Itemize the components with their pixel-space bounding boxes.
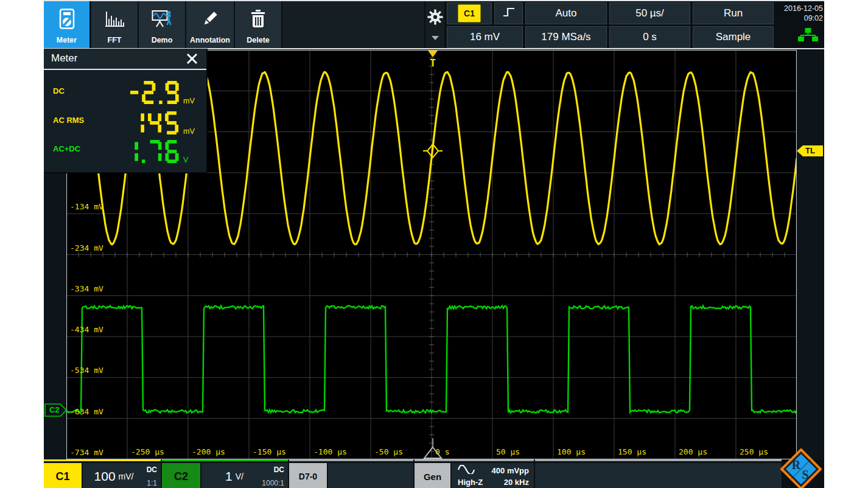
toolbar-button-meter[interactable]: Meter: [44, 1, 89, 48]
toolbar-button-fft[interactable]: FFT: [91, 1, 138, 48]
meter-row-value: [125, 140, 179, 166]
svg-text:S: S: [802, 468, 808, 481]
sine-wave-icon: [458, 465, 475, 476]
svg-text:-234 mV: -234 mV: [70, 243, 103, 253]
horizontal-position-cell[interactable]: 0 s: [609, 26, 690, 48]
datetime-display: 2016-12-05 09:02: [776, 1, 823, 48]
svg-text:-250 µs: -250 µs: [131, 447, 164, 456]
svg-text:-534 mV: -534 mV: [70, 366, 103, 375]
top-toolbar: Meter FFT: [44, 1, 824, 48]
acquisition-mode-cell[interactable]: Sample: [693, 26, 774, 48]
fft-icon: [91, 1, 138, 36]
meter-row-value: [131, 111, 179, 137]
meter-dialog: Meter DC mV AC RMS mV AC+DC V: [44, 49, 208, 173]
meter-row-unit: mV: [183, 97, 195, 105]
generator-frequency: 20 kHz: [504, 478, 529, 487]
meter-row-label: AC RMS: [53, 116, 84, 125]
digital-channels-cell[interactable]: [328, 463, 413, 488]
rising-edge-icon: [502, 5, 516, 22]
trigger-status-grid: C1 Auto 50 µs/ Run 16 mV 179 MSa/s 0 s S…: [446, 1, 824, 48]
channel2-scale-cell[interactable]: 1 V/ DC 1000:1: [201, 463, 288, 488]
channel2-scale: 1: [225, 469, 233, 484]
page-background: Meter FFT: [0, 0, 868, 488]
svg-text:T: T: [430, 57, 436, 69]
channel1-section: C1 100 mV/ DC 1:1: [44, 459, 161, 488]
generator-amplitude: 400 mVpp: [492, 466, 529, 475]
digital-channels-section: D7-0: [289, 459, 413, 488]
gear-icon: [427, 9, 443, 27]
date-text: 2016-12-05: [776, 4, 823, 13]
trigger-source-cell[interactable]: C1: [447, 2, 492, 24]
meter-dialog-title: Meter: [51, 52, 77, 64]
channel1-coupling: DC: [147, 465, 157, 474]
network-lan-icon: [798, 28, 818, 44]
meter-row-label: AC+DC: [53, 144, 80, 153]
settings-gear-button[interactable]: [425, 1, 444, 48]
trigger-level-cell[interactable]: 16 mV: [447, 26, 523, 48]
channel2-tag-label: C2: [49, 405, 60, 414]
trigger-source-badge: C1: [458, 4, 481, 23]
toolbar-button-label: Delete: [247, 36, 270, 44]
acquisition-state-cell[interactable]: Run: [693, 2, 774, 24]
channel1-scale-cell[interactable]: 100 mV/ DC 1:1: [83, 463, 161, 488]
toolbar-button-label: Meter: [57, 36, 77, 44]
toolbar-button-label: Annotation: [190, 36, 230, 44]
generator-badge[interactable]: Gen: [415, 463, 450, 488]
svg-text:-734 mV: -734 mV: [70, 448, 103, 457]
channel-bar: C1 100 mV/ DC 1:1 C2 1 V/ DC 1000:1 D7-0: [44, 459, 824, 488]
trigger-level-tag-label: TL: [805, 146, 815, 155]
svg-text:-334 mV: -334 mV: [70, 284, 103, 293]
channel1-scale: 100: [94, 469, 116, 484]
svg-text:-434 mV: -434 mV: [70, 325, 103, 334]
screen-top-border: [44, 0, 824, 1]
rohde-schwarz-logo: R S: [780, 448, 822, 488]
svg-text:-200 µs: -200 µs: [192, 447, 225, 456]
channel2-coupling: DC: [274, 465, 284, 474]
channel2-ground-marker[interactable]: C2: [44, 403, 68, 419]
toolbar-button-demo[interactable]: Demo: [139, 1, 185, 48]
toolbar-button-delete[interactable]: Delete: [235, 1, 281, 48]
oscilloscope-screen: Meter FFT: [44, 0, 824, 488]
trigger-slope-cell[interactable]: [494, 2, 523, 24]
channel2-probe: 1000:1: [262, 479, 284, 487]
toolbar-empty-area: [282, 1, 424, 48]
channel2-badge[interactable]: C2: [162, 463, 200, 488]
annotation-icon: [186, 1, 234, 36]
digital-channels-badge[interactable]: D7-0: [289, 463, 327, 488]
generator-impedance: High-Z: [458, 478, 483, 487]
channel2-section: C2 1 V/ DC 1000:1: [162, 459, 288, 488]
svg-text:-634 mV: -634 mV: [70, 407, 103, 416]
trigger-level-marker[interactable]: TL: [797, 144, 824, 160]
empty-section: [535, 459, 782, 488]
meter-row-label: DC: [53, 86, 65, 96]
svg-text:-100 µs: -100 µs: [313, 447, 347, 456]
timebase-cell[interactable]: 50 µs/: [609, 2, 690, 24]
svg-text:150 µs: 150 µs: [618, 447, 646, 456]
meter-icon: [44, 1, 89, 36]
time-text: 09:02: [776, 13, 823, 23]
sample-rate-cell[interactable]: 179 MSa/s: [525, 26, 607, 48]
trigger-mode-cell[interactable]: Auto: [525, 2, 607, 24]
demo-icon: [139, 1, 185, 36]
meter-row-value: [130, 81, 179, 106]
svg-text:-134 mV: -134 mV: [70, 202, 103, 211]
channel1-scale-unit: mV/: [119, 472, 134, 481]
close-icon[interactable]: [186, 53, 198, 67]
meter-row-unit: V: [183, 156, 188, 164]
channel1-badge[interactable]: C1: [44, 463, 82, 488]
toolbar-button-label: Demo: [152, 36, 173, 44]
empty-cell: [535, 463, 782, 488]
svg-text:250 µs: 250 µs: [740, 447, 768, 456]
delete-icon: [235, 1, 281, 36]
meter-row-unit: mV: [183, 127, 195, 136]
svg-text:-50 µs: -50 µs: [374, 447, 403, 456]
generator-section: Gen High-Z 400 mVpp 20 kHz: [415, 459, 534, 488]
svg-text:-150 µs: -150 µs: [253, 447, 286, 456]
svg-text:100 µs: 100 µs: [557, 447, 586, 456]
toolbar-button-label: FFT: [108, 36, 122, 44]
meter-dialog-header[interactable]: Meter: [44, 49, 206, 70]
generator-cell[interactable]: High-Z 400 mVpp 20 kHz: [452, 463, 534, 488]
svg-text:200 µs: 200 µs: [679, 447, 707, 456]
toolbar-button-annotation[interactable]: Annotation: [186, 1, 234, 48]
gear-dropdown-caret-icon: [432, 36, 439, 40]
